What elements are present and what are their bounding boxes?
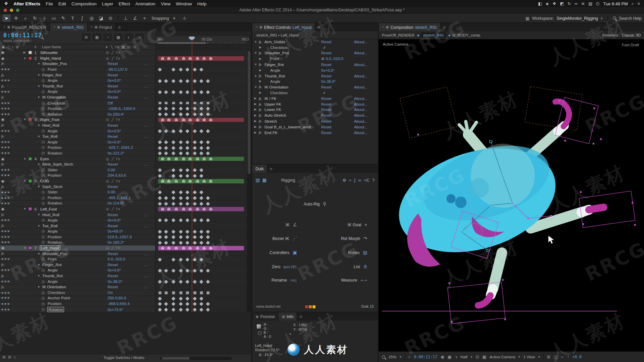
timeline-button-icon[interactable]: ◫: [554, 355, 558, 359]
minimize-window-button[interactable]: [10, 9, 13, 12]
keyframe-icon[interactable]: [172, 102, 175, 105]
bones-icon[interactable]: ▤: [363, 250, 367, 255]
keyframe-icon[interactable]: [171, 308, 175, 311]
menu-window[interactable]: Window: [176, 1, 192, 6]
puppet-pin-tool-icon[interactable]: ⊙: [106, 14, 114, 22]
zoom-selector[interactable]: 25%: [388, 355, 396, 359]
property-row[interactable]: ◀◆▶◷Rotation0x-182.2°: [0, 240, 247, 245]
property-name[interactable]: Anchor Point: [48, 296, 70, 300]
stopwatch-icon[interactable]: ◷: [42, 151, 45, 155]
effect-property-row[interactable]: ▶Point⊕0.0,-310.0: [252, 56, 378, 62]
property-value[interactable]: 0x+0.0°: [108, 78, 121, 83]
property-name[interactable]: Angle: [48, 279, 58, 284]
keyframe-icon[interactable]: [200, 107, 203, 111]
visibility-eye-icon[interactable]: ◉: [1, 51, 5, 55]
reset-link[interactable]: Reset: [321, 85, 331, 89]
effect-row[interactable]: ▶fxLower FKResetAbout...: [252, 107, 378, 113]
property-value[interactable]: 0x+0.0°: [108, 140, 121, 144]
reset-link[interactable]: Reset: [108, 62, 118, 66]
row-keyframe-track[interactable]: [155, 145, 247, 150]
menu-composition[interactable]: Composition: [71, 1, 97, 6]
row-keyframe-track[interactable]: [155, 156, 247, 162]
app-menu[interactable]: After Effects: [13, 1, 40, 6]
keyframe-icon[interactable]: [193, 79, 197, 82]
breadcrumb-st-body-comp[interactable]: st_BODY_comp: [452, 33, 480, 37]
close-icon[interactable]: ×: [91, 25, 93, 29]
resolution-selector[interactable]: Half: [461, 355, 468, 359]
property-name[interactable]: Slider: [48, 190, 58, 194]
effect-name[interactable]: IK Orientation: [265, 85, 288, 89]
visibility-eye-icon[interactable]: ◉: [1, 157, 5, 161]
keyframe-icon[interactable]: [193, 202, 197, 205]
keyframe-navigator[interactable]: ◀◆▶: [1, 174, 11, 177]
effect-row[interactable]: ▶fxUpper FKResetAbout...: [252, 101, 378, 107]
keyframe-icon[interactable]: [206, 196, 210, 200]
effect-name[interactable]: Goal B_st_L_lowarm_wrist: [265, 124, 311, 129]
options-dots[interactable]: …: [144, 262, 148, 267]
reset-link[interactable]: Reset: [321, 102, 331, 106]
keyframe-icon[interactable]: [185, 257, 189, 261]
keyframe-icon[interactable]: [158, 174, 162, 177]
keyframe-icon[interactable]: [158, 280, 162, 284]
visibility-eye-icon[interactable]: ◉: [1, 179, 5, 183]
property-row[interactable]: fx▼Finger_RotReset…: [0, 262, 247, 268]
keyframe-icon[interactable]: [158, 79, 162, 82]
row-keyframe-track[interactable]: [155, 106, 247, 112]
property-row[interactable]: ◀◆▶◷Anchor Point250.0,65.0: [0, 296, 247, 301]
property-name[interactable]: Position: [48, 195, 61, 200]
twirl-icon[interactable]: ▶: [254, 108, 257, 112]
keyframe-icon[interactable]: [158, 241, 162, 244]
visibility-eye-icon[interactable]: ◉: [1, 207, 5, 211]
twirl-icon[interactable]: ▼: [37, 124, 40, 127]
row-keyframe-track[interactable]: [155, 139, 247, 145]
property-value[interactable]: 0.0,-310.0: [108, 257, 125, 261]
keyframe-icon[interactable]: [185, 196, 189, 200]
keyframe-icon[interactable]: [164, 152, 168, 155]
row-keyframe-track[interactable]: [155, 212, 247, 218]
property-row[interactable]: ◀◆▶◷Angle0x+69.0°: [0, 229, 247, 234]
property-value[interactable]: 0x+0.0°: [321, 68, 335, 72]
property-name[interactable]: Rotation: [48, 112, 62, 116]
keyframe-icon[interactable]: [193, 146, 197, 149]
keyframe-icon[interactable]: [185, 146, 189, 149]
layer-name[interactable]: Right_Foot: [40, 117, 59, 122]
keyframe-icon[interactable]: [158, 140, 162, 144]
stopwatch-icon[interactable]: ◷: [42, 235, 45, 239]
keyframe-icon[interactable]: [200, 146, 203, 149]
keyframe-icon[interactable]: [171, 280, 175, 284]
keyframe-icon[interactable]: [206, 112, 210, 116]
property-name[interactable]: Angle: [48, 78, 58, 83]
airplay-icon[interactable]: ◈: [546, 1, 549, 6]
effect-name[interactable]: End FK: [265, 130, 278, 134]
property-group-name[interactable]: Heel_Roll: [42, 212, 59, 217]
menu-edit[interactable]: Edit: [58, 1, 66, 6]
keyframe-icon[interactable]: [164, 268, 168, 272]
row-keyframe-track[interactable]: [155, 240, 247, 245]
effect-property-row[interactable]: ▶Checkbox✓: [252, 90, 378, 96]
keyframe-icon[interactable]: [179, 196, 182, 200]
creative-cloud-icon[interactable]: ❖: [552, 1, 556, 6]
keyframe-icon[interactable]: [179, 268, 182, 272]
label-color-chip[interactable]: [28, 157, 32, 161]
twirl-icon[interactable]: ▼: [37, 213, 40, 216]
twirl-icon[interactable]: ▼: [23, 157, 26, 160]
reset-link[interactable]: Reset: [108, 134, 118, 138]
twirl-icon[interactable]: ▼: [254, 86, 257, 89]
property-value[interactable]: 519.5,-1057.9: [108, 235, 132, 239]
keyframe-icon[interactable]: [171, 190, 175, 194]
duik-button-rot-morph[interactable]: Rot Morph↷: [315, 236, 378, 241]
reset-link[interactable]: Reset: [108, 223, 118, 228]
keyframe-icon[interactable]: [165, 291, 167, 294]
keyframe-icon[interactable]: [185, 230, 189, 233]
keyframe-navigator[interactable]: ◀◆▶: [1, 168, 11, 172]
dropbox-icon[interactable]: ◩: [560, 1, 564, 6]
row-keyframe-track[interactable]: [155, 262, 247, 268]
close-icon[interactable]: ×: [53, 25, 55, 29]
twirl-icon[interactable]: ▶: [259, 46, 262, 49]
row-keyframe-track[interactable]: [155, 190, 247, 195]
keyframe-navigator[interactable]: ◀◆▶: [1, 235, 11, 238]
keyframe-icon[interactable]: [206, 235, 210, 239]
twirl-icon[interactable]: ▶: [254, 131, 257, 134]
keyframe-icon[interactable]: [185, 107, 189, 111]
row-keyframe-track[interactable]: [155, 206, 247, 212]
